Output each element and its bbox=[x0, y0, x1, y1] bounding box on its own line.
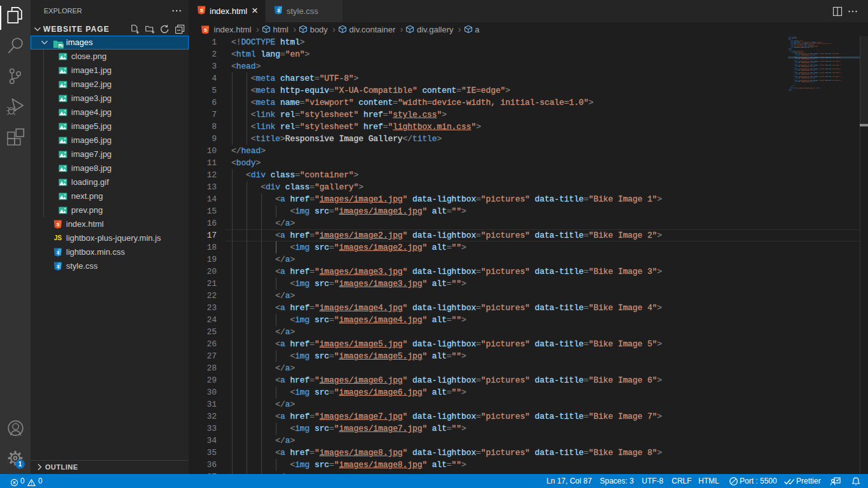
svg-text:5: 5 bbox=[57, 222, 60, 227]
svg-text:5: 5 bbox=[204, 27, 207, 33]
svg-text:3: 3 bbox=[277, 8, 280, 13]
svg-text:3: 3 bbox=[57, 264, 60, 269]
svg-text:5: 5 bbox=[200, 8, 203, 13]
svg-text:3: 3 bbox=[57, 250, 60, 255]
